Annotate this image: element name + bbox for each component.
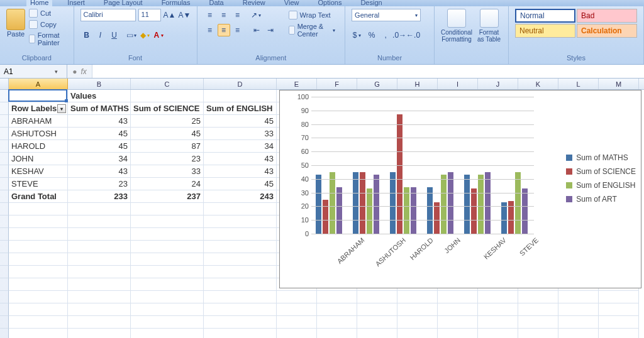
format-as-table-button[interactable]: Format as Table xyxy=(476,9,502,43)
cut-button[interactable]: Cut xyxy=(29,9,67,18)
row-header[interactable] xyxy=(0,165,9,178)
row-header[interactable] xyxy=(0,203,9,215)
cell[interactable] xyxy=(9,316,68,329)
cell[interactable] xyxy=(68,316,131,329)
tab-options[interactable]: Options xyxy=(314,0,345,6)
copy-button[interactable]: Copy xyxy=(29,20,67,29)
increase-indent-button[interactable]: ⇥ xyxy=(264,24,277,36)
cell[interactable]: 237 xyxy=(131,190,204,203)
bar[interactable] xyxy=(367,188,372,234)
cell[interactable] xyxy=(204,253,277,266)
cell[interactable] xyxy=(68,215,131,228)
cell[interactable] xyxy=(438,329,478,338)
cell[interactable] xyxy=(204,329,277,338)
cell[interactable]: Sum of MATHS xyxy=(68,102,131,115)
cell[interactable] xyxy=(68,203,131,215)
cell[interactable] xyxy=(478,329,518,338)
cell[interactable] xyxy=(204,303,277,316)
cell[interactable] xyxy=(317,316,357,329)
cell[interactable] xyxy=(599,329,639,338)
style-bad[interactable]: Bad xyxy=(577,9,637,23)
percent-format-button[interactable]: % xyxy=(365,29,378,41)
cell[interactable] xyxy=(518,329,558,338)
cell[interactable] xyxy=(277,316,317,329)
cell[interactable] xyxy=(131,278,204,291)
align-top-button[interactable]: ≡ xyxy=(204,9,216,21)
cell[interactable]: HAROLD xyxy=(9,140,68,153)
cell[interactable]: 45 xyxy=(204,115,277,128)
cell[interactable] xyxy=(438,303,478,316)
cell[interactable] xyxy=(131,303,204,316)
cell[interactable]: Sum of ENGLISH xyxy=(204,102,277,115)
bar[interactable] xyxy=(390,172,396,234)
number-format-select[interactable]: General▾ xyxy=(352,9,421,21)
align-middle-button[interactable]: ≡ xyxy=(218,9,230,21)
cell[interactable] xyxy=(558,329,599,338)
cell[interactable]: 23 xyxy=(68,178,131,190)
underline-button[interactable]: U xyxy=(108,29,121,41)
cell[interactable] xyxy=(357,316,397,329)
cell[interactable]: Row Labels▾ xyxy=(9,102,68,115)
bar[interactable] xyxy=(501,202,507,234)
cell[interactable] xyxy=(68,278,131,291)
cell[interactable] xyxy=(204,278,277,291)
row-header[interactable] xyxy=(0,228,9,241)
pivot-row-dropdown[interactable]: ▾ xyxy=(57,104,66,113)
col-header-B[interactable]: B xyxy=(68,79,131,89)
row-header[interactable] xyxy=(0,215,9,228)
cell[interactable] xyxy=(397,291,438,303)
cell[interactable]: JOHN xyxy=(9,153,68,165)
row-header[interactable] xyxy=(0,102,9,115)
bar[interactable] xyxy=(522,188,528,234)
cell[interactable]: 43 xyxy=(68,165,131,178)
cell[interactable] xyxy=(599,303,639,316)
cell[interactable] xyxy=(131,253,204,266)
bar[interactable] xyxy=(397,114,402,234)
legend-item[interactable]: Sum of ENGLISH xyxy=(566,178,636,192)
legend-item[interactable]: Sum of SCIENCE xyxy=(566,165,636,178)
cell[interactable]: Values xyxy=(68,90,131,102)
cell[interactable] xyxy=(204,291,277,303)
cell[interactable] xyxy=(599,291,639,303)
cell[interactable]: 23 xyxy=(131,153,204,165)
row-header[interactable] xyxy=(0,303,9,316)
cell[interactable] xyxy=(357,329,397,338)
cell[interactable]: 43 xyxy=(204,165,277,178)
row-header[interactable] xyxy=(0,241,9,253)
bar[interactable] xyxy=(316,175,321,234)
tab-view[interactable]: View xyxy=(280,0,303,6)
tab-home[interactable]: Home xyxy=(26,0,52,6)
cell[interactable] xyxy=(357,303,397,316)
cell[interactable] xyxy=(9,329,68,338)
cell[interactable] xyxy=(9,228,68,241)
bar[interactable] xyxy=(323,200,328,234)
name-box-input[interactable] xyxy=(0,66,50,77)
select-all-corner[interactable] xyxy=(0,79,9,89)
cell[interactable] xyxy=(357,291,397,303)
formula-input[interactable] xyxy=(92,65,644,78)
col-header-K[interactable]: K xyxy=(518,79,558,89)
cell[interactable]: 33 xyxy=(131,165,204,178)
cell[interactable] xyxy=(204,241,277,253)
cell[interactable] xyxy=(68,266,131,278)
cell[interactable] xyxy=(131,329,204,338)
row-header[interactable] xyxy=(0,153,9,165)
align-center-button[interactable]: ≡ xyxy=(218,24,230,36)
row-header[interactable] xyxy=(0,178,9,190)
cell[interactable] xyxy=(277,291,317,303)
style-neutral[interactable]: Neutral xyxy=(515,24,575,38)
orientation-button[interactable]: ↗▾ xyxy=(250,9,263,21)
worksheet[interactable]: ABCDEFGHIJKLM ValuesRow Labels▾Sum of MA… xyxy=(0,79,644,338)
bar[interactable] xyxy=(485,172,491,234)
bar[interactable] xyxy=(374,175,379,234)
row-header[interactable] xyxy=(0,190,9,203)
cell[interactable] xyxy=(9,215,68,228)
row-header[interactable] xyxy=(0,266,9,278)
conditional-formatting-button[interactable]: Conditional Formatting xyxy=(441,9,472,43)
bar[interactable] xyxy=(464,175,470,234)
cell[interactable] xyxy=(397,303,438,316)
cell[interactable]: 45 xyxy=(204,178,277,190)
cell[interactable]: 33 xyxy=(204,128,277,140)
bar[interactable] xyxy=(448,172,453,234)
cell[interactable] xyxy=(558,316,599,329)
